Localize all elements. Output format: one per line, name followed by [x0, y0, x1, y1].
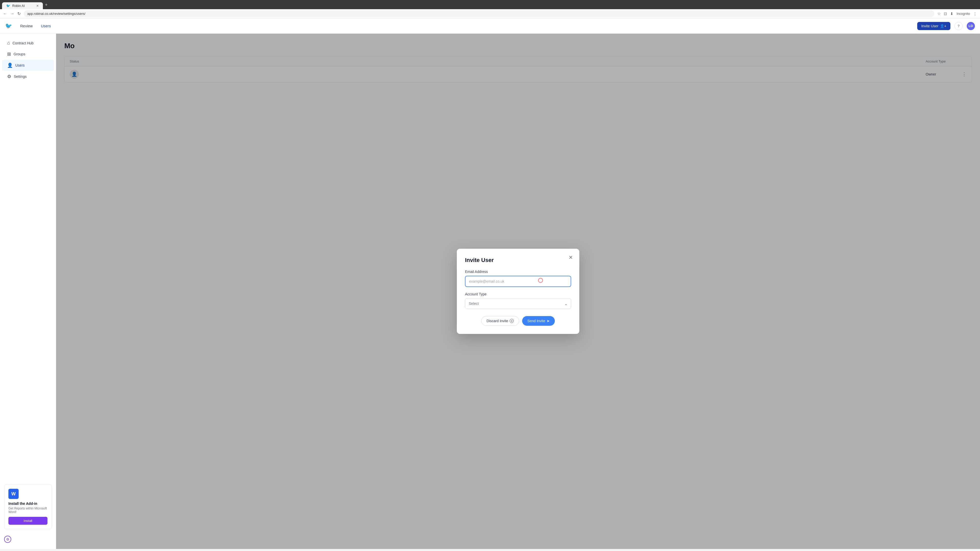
invite-user-label: Invite User	[921, 24, 939, 28]
invite-user-modal: Invite User ✕ Email Address Account Type	[457, 249, 579, 334]
avatar[interactable]: LD	[967, 22, 975, 30]
download-icon[interactable]: ⬇	[950, 11, 953, 16]
settings-icon: ⚙	[7, 74, 11, 79]
email-label: Email Address	[465, 270, 571, 274]
sidebar: ⌂ Contract Hub ⊞ Groups 👤 Users ⚙ Settin…	[0, 34, 56, 549]
bookmark-icon[interactable]: ☆	[937, 11, 941, 16]
sidebar-item-label-users: Users	[15, 63, 25, 67]
groups-icon: ⊞	[7, 51, 11, 57]
address-bar: ← → ↻ ☆ ⊡ ⬇ Incognito ⋮	[0, 9, 980, 18]
modal-title: Invite User	[465, 257, 571, 264]
active-tab[interactable]: 🐦 Robin AI ✕	[2, 2, 43, 9]
app-header: 🐦 Review Users Invite User 👤+ ? LD	[0, 18, 980, 34]
account-type-select[interactable]: Select	[465, 298, 571, 309]
modal-overlay[interactable]: Invite User ✕ Email Address Account Type	[56, 34, 980, 549]
incognito-label: Incognito	[956, 12, 970, 16]
sidebar-item-contract-hub[interactable]: ⌂ Contract Hub	[2, 38, 54, 48]
users-icon: 👤	[7, 62, 13, 68]
avatar-initials: LD	[969, 24, 973, 28]
tab-bar: 🐦 Robin AI ✕ +	[0, 0, 980, 9]
send-icon: ➤	[547, 319, 550, 323]
tab-title: Robin AI	[12, 4, 25, 8]
discard-invite-label: Discard Invite	[487, 319, 508, 323]
addon-logo-letter: W	[11, 491, 16, 497]
logo: 🐦	[5, 23, 12, 29]
discard-icon: ✕	[510, 319, 514, 323]
help-button[interactable]: ?	[955, 22, 963, 30]
addon-description: Get Reports within Microsoft Word!	[8, 507, 48, 514]
email-input[interactable]	[465, 276, 571, 287]
sidebar-item-label-contract-hub: Contract Hub	[13, 41, 33, 45]
sidebar-addon: W Install the Add-in Get Reports within …	[4, 484, 52, 529]
modal-close-button[interactable]: ✕	[567, 254, 574, 261]
tab-close-icon[interactable]: ✕	[36, 4, 39, 8]
tab-favicon: 🐦	[6, 4, 10, 8]
app-container: 🐦 Review Users Invite User 👤+ ? LD ⌂ Con…	[0, 18, 980, 549]
contract-hub-icon: ⌂	[7, 40, 10, 46]
sidebar-item-users[interactable]: 👤 Users	[2, 60, 54, 71]
url-input[interactable]	[24, 10, 934, 17]
modal-actions: Discard Invite ✕ Send Invite ➤	[465, 316, 571, 326]
app-body: ⌂ Contract Hub ⊞ Groups 👤 Users ⚙ Settin…	[0, 34, 980, 549]
addon-logo: W	[8, 489, 19, 499]
forward-button[interactable]: →	[10, 11, 14, 16]
logo-icon: 🐦	[5, 23, 12, 29]
discard-invite-button[interactable]: Discard Invite ✕	[481, 316, 519, 326]
address-bar-icons: ☆ ⊡ ⬇ Incognito ⋮	[937, 11, 977, 16]
sidebar-item-label-groups: Groups	[14, 52, 25, 56]
sidebar-item-groups[interactable]: ⊞ Groups	[2, 49, 54, 59]
addon-install-button[interactable]: Install	[8, 517, 48, 525]
account-type-label: Account Type	[465, 292, 571, 296]
addon-title: Install the Add-in	[8, 502, 48, 506]
invite-user-icon: 👤+	[940, 24, 946, 28]
account-type-form-group: Account Type Select ⌄	[465, 292, 571, 309]
sidebar-item-label-settings: Settings	[14, 75, 27, 79]
refresh-button[interactable]: ↻	[18, 11, 21, 16]
main-content: Mo Status Account Type 👤 Owner ⋮ Invit	[56, 34, 980, 549]
sidebar-settings-circle[interactable]: ⚙	[4, 536, 11, 543]
new-tab-button[interactable]: +	[43, 1, 50, 9]
send-invite-button[interactable]: Send Invite ➤	[522, 316, 555, 326]
help-icon: ?	[958, 24, 959, 28]
account-type-select-wrapper: Select ⌄	[465, 298, 571, 309]
send-invite-label: Send Invite	[527, 319, 545, 323]
sidebar-item-settings[interactable]: ⚙ Settings	[2, 71, 54, 82]
menu-icon[interactable]: ⋮	[973, 11, 977, 16]
header-nav: Review Users	[18, 23, 53, 29]
invite-user-button[interactable]: Invite User 👤+	[917, 22, 950, 30]
nav-review[interactable]: Review	[18, 23, 35, 29]
back-button[interactable]: ←	[3, 11, 7, 16]
nav-users[interactable]: Users	[39, 23, 53, 29]
email-form-group: Email Address	[465, 270, 571, 287]
extensions-icon[interactable]: ⊡	[944, 11, 947, 16]
